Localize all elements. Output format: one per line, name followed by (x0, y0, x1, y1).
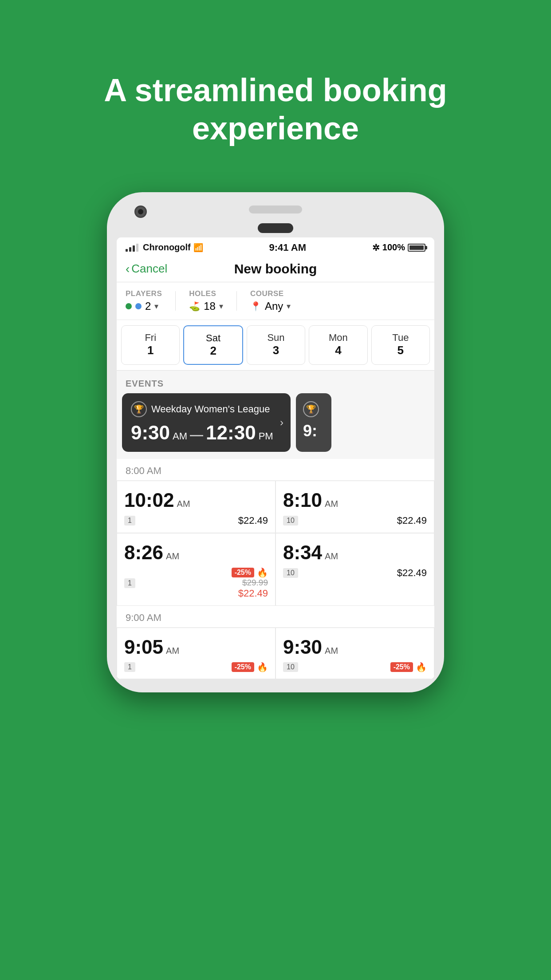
slot-price: $22.49 (397, 515, 427, 526)
holes-chevron-icon: ▾ (219, 301, 223, 311)
trophy-icon-2: 🏆 (303, 401, 319, 417)
slot-810am[interactable]: 8:10 AM 10 $22.49 (276, 481, 434, 533)
phone-screen: Chronogolf 📶 9:41 AM ✲ 100% ‹ Cancel (117, 237, 434, 679)
discount-badge: -25% (232, 568, 254, 577)
slot-905am[interactable]: 9:05 AM 1 -25% 🔥 (117, 628, 276, 679)
players-filter[interactable]: PLAYERS 2 ▾ (126, 289, 162, 312)
events-section-header: EVENTS (117, 371, 434, 393)
discount-badge-3: -25% (390, 662, 413, 672)
time-group-8am: 8:00 AM 10:02 AM 1 $22.49 (117, 459, 434, 606)
slots-grid-8am: 10:02 AM 1 $22.49 8:10 AM (117, 481, 434, 606)
event-start-ampm: AM (173, 431, 187, 442)
slot-price: $22.49 (397, 567, 427, 579)
slot-930am[interactable]: 9:30 AM 10 -25% 🔥 (276, 628, 434, 679)
hole-badge: 1 (124, 516, 135, 526)
event-card-1[interactable]: 🏆 Weekday Women's League 9:30 AM — 12:30… (122, 393, 291, 452)
battery-percentage: 100% (382, 242, 405, 253)
date-item-mon4[interactable]: Mon 4 (309, 325, 367, 365)
course-pin-icon: 📍 (250, 301, 261, 312)
sale-badges-2: -25% 🔥 (232, 662, 268, 672)
holes-filter[interactable]: HOLES ⛳ 18 ▾ (189, 289, 223, 312)
hole-badge: 10 (283, 516, 298, 526)
original-price: $29.99 (232, 578, 268, 588)
status-time: 9:41 AM (269, 242, 307, 253)
status-bar: Chronogolf 📶 9:41 AM ✲ 100% (117, 237, 434, 256)
hero-text: A streamlined booking experience (59, 36, 491, 174)
hero-section: A streamlined booking experience (15, 0, 535, 192)
event-end-hour: 12:30 (206, 422, 256, 444)
carrier-name: Chronogolf (143, 242, 191, 253)
sale-price: $22.49 (232, 588, 268, 599)
speaker-grille (249, 205, 302, 213)
fire-icon: 🔥 (257, 567, 268, 578)
slots-grid-9am: 9:05 AM 1 -25% 🔥 (117, 628, 434, 679)
event-card-2-partial[interactable]: 🏆 9: (296, 393, 331, 452)
battery-icon (408, 244, 425, 252)
hole-badge: 1 (124, 578, 135, 588)
discount-badge-2: -25% (232, 662, 254, 672)
event-end-ampm: PM (259, 431, 273, 442)
date-item-fri1[interactable]: Fri 1 (121, 325, 180, 365)
fire-icon-3: 🔥 (416, 662, 427, 672)
nav-bar: ‹ Cancel New booking (117, 256, 434, 282)
player-dot-2 (135, 303, 142, 309)
bluetooth-icon: ✲ (372, 242, 380, 253)
date-item-sat2[interactable]: Sat 2 (183, 325, 243, 365)
event-dash: — (190, 427, 203, 443)
phone-wrapper: Chronogolf 📶 9:41 AM ✲ 100% ‹ Cancel (107, 192, 444, 980)
event-arrow-icon: › (280, 416, 283, 429)
sale-badges: -25% 🔥 (232, 567, 268, 578)
page-title: New booking (234, 261, 317, 277)
course-chevron-icon: ▾ (287, 301, 291, 311)
slot-834am[interactable]: 8:34 AM 10 $22.49 (276, 533, 434, 606)
event-title-1: Weekday Women's League (151, 403, 270, 415)
slot-1002am[interactable]: 10:02 AM 1 $22.49 (117, 481, 276, 533)
status-right: ✲ 100% (372, 242, 425, 253)
hole-badge: 1 (124, 662, 135, 672)
time-group-label-8am: 8:00 AM (117, 459, 434, 481)
hole-badge: 10 (283, 662, 298, 672)
date-item-sun3[interactable]: Sun 3 (247, 325, 305, 365)
earpiece (258, 223, 293, 233)
players-chevron-icon: ▾ (154, 301, 158, 311)
filters-bar: PLAYERS 2 ▾ HOLES ⛳ 18 ▾ (117, 282, 434, 320)
date-selector: Fri 1 Sat 2 Sun 3 Mon 4 Tue 5 (117, 320, 434, 371)
fire-icon-2: 🔥 (257, 662, 268, 672)
slot-826am[interactable]: 8:26 AM 1 -25% 🔥 $29.99 $22. (117, 533, 276, 606)
sale-badges-3: -25% 🔥 (390, 662, 427, 672)
filter-divider-1 (175, 291, 176, 311)
cancel-button[interactable]: ‹ Cancel (126, 262, 167, 276)
front-camera (134, 205, 147, 218)
events-list: 🏆 Weekday Women's League 9:30 AM — 12:30… (117, 393, 434, 459)
event-start-hour: 9:30 (131, 422, 170, 444)
time-group-9am: 9:00 AM 9:05 AM 1 -25% (117, 606, 434, 679)
trophy-icon: 🏆 (131, 401, 147, 417)
holes-pin-icon: ⛳ (189, 301, 200, 312)
back-chevron-icon: ‹ (126, 262, 130, 276)
filter-divider-2 (236, 291, 237, 311)
date-item-tue5[interactable]: Tue 5 (371, 325, 430, 365)
player-dot-1 (126, 303, 132, 309)
time-group-label-9am: 9:00 AM (117, 606, 434, 628)
wifi-icon: 📶 (193, 243, 203, 253)
slot-price: $22.49 (238, 515, 268, 526)
signal-bars (126, 244, 138, 252)
phone-top (117, 205, 434, 213)
course-filter[interactable]: COURSE 📍 Any ▾ (250, 289, 425, 312)
status-left: Chronogolf 📶 (126, 242, 203, 253)
hole-badge: 10 (283, 568, 298, 578)
phone: Chronogolf 📶 9:41 AM ✲ 100% ‹ Cancel (107, 192, 444, 692)
